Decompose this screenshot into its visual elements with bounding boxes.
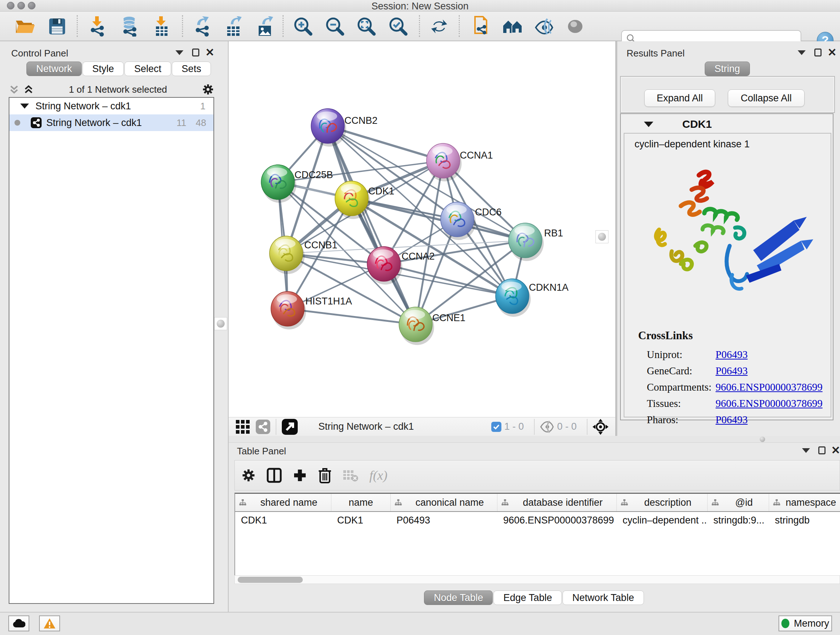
control-panel-collapse-button[interactable] [173, 47, 186, 58]
import-network-database-button[interactable] [118, 15, 141, 38]
tab-edge-table[interactable]: Edge Table [493, 591, 562, 605]
results-panel-close-button[interactable]: ✕ [826, 47, 838, 58]
warnings-button[interactable] [39, 616, 60, 631]
external-link-icon [281, 418, 298, 435]
control-panel-float-button[interactable] [189, 47, 202, 58]
double-chevron-down-icon [9, 84, 19, 95]
crosslink-link[interactable]: 9606.ENSP00000378699 [715, 381, 823, 393]
window-title: Session: New Session [0, 1, 840, 12]
column-header-namespace[interactable]: namespace [769, 494, 840, 511]
network-edge[interactable] [352, 198, 525, 241]
column-header-name[interactable]: name [332, 494, 391, 511]
network-node-ccnb2[interactable] [311, 109, 346, 147]
results-panel-float-button[interactable] [812, 47, 824, 58]
export-table-button[interactable] [222, 15, 245, 38]
tab-network[interactable]: Network [27, 62, 82, 76]
zoom-fit-button[interactable] [355, 15, 378, 38]
table-panel-collapse-button[interactable] [799, 445, 813, 456]
network-view[interactable]: CCNB2CCNA1CDC25BCDK1CDC6RB1CCNB1CCNA2CDK… [229, 41, 616, 436]
collapse-all-networks-button[interactable] [9, 84, 19, 95]
zoom-out-button[interactable] [324, 15, 347, 38]
export-image-button[interactable] [253, 15, 276, 38]
refresh-button[interactable] [428, 15, 451, 38]
network-node-ccne1[interactable] [399, 307, 434, 345]
table-cell[interactable]: stringdb [769, 512, 840, 529]
table-cell[interactable]: CDK1 [235, 512, 332, 529]
add-column-button[interactable] [293, 468, 307, 483]
first-neighbors-button[interactable] [501, 15, 524, 38]
delete-column-button[interactable] [318, 467, 332, 483]
network-node-rb1[interactable] [508, 223, 544, 261]
network-from-file-button[interactable] [470, 15, 493, 38]
table-row[interactable]: CDK1CDK1P064939606.ENSP00000378699cyclin… [235, 512, 840, 529]
column-header--id[interactable]: @id [707, 494, 769, 511]
tree-expander-icon[interactable] [20, 103, 29, 109]
expand-all-button[interactable]: Expand All [644, 89, 715, 107]
network-edge[interactable] [328, 126, 416, 325]
gene-section-header[interactable]: CDK1 [622, 117, 832, 131]
network-collection-row[interactable]: String Network – cdk1 1 [9, 98, 213, 114]
table-cell[interactable]: P06493 [391, 512, 497, 529]
tab-node-table[interactable]: Node Table [424, 591, 493, 605]
tab-network-table[interactable]: Network Table [562, 591, 644, 605]
cloud-status-button[interactable] [8, 616, 29, 631]
open-in-browser-button[interactable] [281, 418, 298, 435]
tab-sets[interactable]: Sets [172, 62, 211, 76]
open-session-button[interactable] [13, 15, 36, 38]
tab-string[interactable]: String [705, 62, 750, 76]
network-node-hist1h1a[interactable] [271, 291, 306, 329]
save-session-button[interactable] [46, 15, 69, 38]
column-header-description[interactable]: description [617, 494, 707, 511]
left-splitter-handle[interactable] [214, 317, 227, 330]
table-cell[interactable]: stringdb:9... [707, 512, 769, 529]
network-edge[interactable] [287, 309, 416, 325]
scrollbar-thumb[interactable] [238, 577, 303, 583]
hide-selected-button[interactable] [532, 15, 556, 38]
function-builder-button[interactable]: f(x) [369, 468, 387, 483]
export-network-button[interactable] [190, 15, 213, 38]
memory-button[interactable]: Memory [778, 616, 832, 631]
birds-eye-view-button[interactable] [235, 419, 250, 434]
column-header-database-identifier[interactable]: database identifier [497, 494, 617, 511]
table-horizontal-scrollbar[interactable] [234, 575, 840, 584]
horizontal-splitter[interactable] [229, 436, 840, 442]
zoom-selected-button[interactable] [387, 15, 410, 38]
tab-select[interactable]: Select [125, 62, 171, 76]
column-header-canonical-name[interactable]: canonical name [391, 494, 497, 511]
crosslink-link[interactable]: P06493 [715, 365, 748, 377]
import-table-file-button[interactable] [150, 15, 173, 38]
import-network-file-button[interactable] [85, 15, 109, 38]
network-options-button[interactable] [202, 83, 214, 96]
table-cell[interactable]: CDK1 [332, 512, 391, 529]
table-options-button[interactable] [241, 468, 256, 483]
table-cell[interactable]: cyclin–dependent ... [617, 512, 707, 529]
results-panel-collapse-button[interactable] [795, 47, 808, 58]
show-all-button[interactable] [564, 15, 587, 38]
delete-table-button[interactable] [343, 469, 358, 482]
selected-checkbox[interactable] [491, 422, 501, 432]
crosslink-link[interactable]: 9606.ENSP00000378699 [715, 397, 823, 409]
right-splitter-handle[interactable] [595, 230, 608, 243]
crosslink-link[interactable]: P06493 [715, 414, 748, 426]
network-node-cdk1[interactable] [335, 181, 370, 219]
column-header-shared-name[interactable]: shared name [235, 494, 332, 511]
control-panel-close-button[interactable]: ✕ [203, 47, 216, 58]
collapse-all-button[interactable]: Collapse All [728, 89, 805, 107]
section-expander-icon[interactable] [644, 122, 653, 127]
string-view-button[interactable] [256, 419, 271, 434]
network-node-cdkn1a[interactable] [496, 279, 531, 317]
network-node-ccna1[interactable] [426, 143, 462, 181]
expand-all-networks-button[interactable] [23, 84, 34, 95]
tab-style[interactable]: Style [82, 62, 124, 76]
show-columns-button[interactable] [267, 468, 282, 483]
network-node-cdc25b[interactable] [261, 165, 296, 203]
fit-content-button[interactable] [592, 419, 608, 435]
table-cell[interactable]: 9606.ENSP00000378699 [497, 512, 617, 529]
table-panel-close-button[interactable]: ✕ [829, 445, 840, 456]
table-panel-float-button[interactable] [815, 445, 829, 456]
crosslink-link[interactable]: P06493 [715, 348, 748, 361]
network-canvas[interactable]: CCNB2CCNA1CDC25BCDK1CDC6RB1CCNB1CCNA2CDK… [229, 41, 616, 417]
zoom-in-button[interactable] [292, 15, 315, 38]
memory-label: Memory [794, 618, 829, 629]
network-row[interactable]: String Network – cdk1 11 48 [9, 114, 213, 131]
